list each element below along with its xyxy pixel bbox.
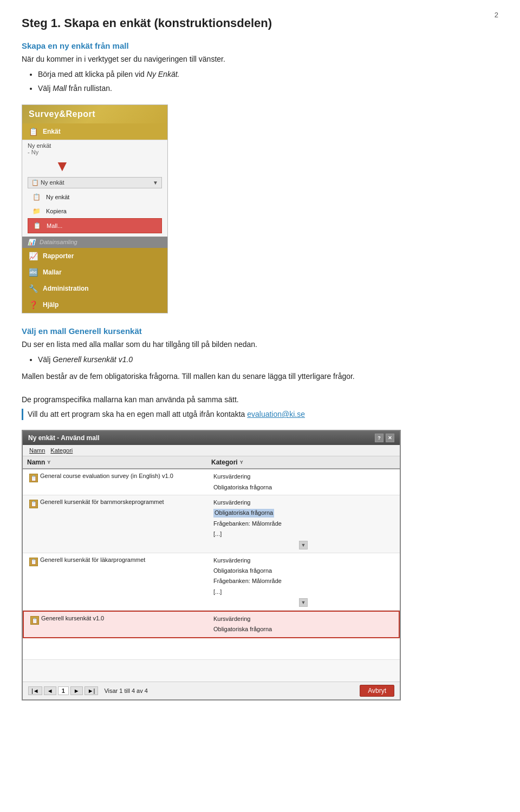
row2-cat3: Frågebanken: Målområde: [213, 520, 282, 528]
row2-name: Generell kursenkät för barnmorskeprogram…: [40, 499, 164, 505]
col-header-kategori: Kategori Y: [211, 459, 395, 466]
section2-p1: Mallen består av de fem obligatoriska fr…: [22, 371, 498, 382]
row1-name-cell: 📋 General course evaluation survey (in E…: [27, 472, 211, 493]
nav-item-datainsamling[interactable]: 📊 Datainsamling: [22, 237, 167, 248]
row2-name-cell: 📋 Generell kursenkät för barnmorskeprogr…: [27, 497, 211, 551]
empty-row: [23, 660, 400, 682]
modal-titlebar: Ny enkät - Använd mall ? ✕: [23, 431, 400, 445]
col-header-namn: Namn Y: [27, 459, 211, 466]
modal-close-btn[interactable]: ✕: [386, 434, 394, 442]
nav-label-rapporter: Rapporter: [43, 252, 74, 260]
nav-label-hjalp: Hjälp: [43, 301, 58, 309]
bullet-generell: Välj Generell kursenkät v1.0: [38, 353, 498, 365]
nav-item-enkat[interactable]: 📋 Enkät: [22, 123, 167, 140]
menu-opt-kopiera[interactable]: 📁 Kopiera: [28, 204, 162, 218]
modal-toolbar: Namn Kategori: [23, 445, 400, 456]
menu-opt-mall[interactable]: 📋 Mall...: [28, 218, 162, 233]
nav-label-enkat: Enkät: [43, 128, 61, 135]
row3-categories: Kursvärdering Obligatoriska frågorna Frå…: [211, 555, 395, 608]
section2-p2: De programspecifika mallarna kan man anv…: [22, 394, 498, 405]
table-row[interactable]: 📋 Generell kursenkät för barnmorskeprogr…: [23, 495, 400, 553]
modal-controls: ? ✕: [375, 434, 394, 442]
nav-item-hjalp[interactable]: ❓ Hjälp: [22, 297, 167, 313]
row1-categories: Kursvärdering Obligatoriska frågorna: [211, 472, 395, 493]
table-row[interactable]: 📋 General course evaluation survey (in E…: [23, 469, 400, 495]
survey-screenshot: Survey&Report 📋 Enkät Ny enkät - Ny ▼ 📋 …: [22, 104, 168, 313]
dropdown-arrow-indicator: ▼: [55, 158, 70, 175]
section2-intro: Du ser en lista med alla mallar som du h…: [22, 339, 498, 350]
section2-title: Välj en mall Generell kursenkät: [22, 326, 498, 336]
row4-name: Generell kursenkät v1.0: [41, 615, 104, 621]
modal-screenshot: Ny enkät - Använd mall ? ✕ Namn Kategori…: [22, 430, 401, 700]
ny-enkat-dropdown[interactable]: 📋 Ny enkät ▼: [28, 177, 162, 188]
row4-cat1: Kursvärdering: [213, 615, 250, 623]
nav-label-mallar: Mallar: [43, 269, 62, 276]
modal-footer: |◄ ◄ 1 ► ►| Visar 1 till 4 av 4 Avbryt: [23, 682, 400, 699]
filter-icon-namn[interactable]: Y: [47, 460, 50, 465]
datainsamling-icon: 📊: [28, 239, 35, 246]
menu-opt-ny[interactable]: 📋 Ny enkät: [28, 190, 162, 204]
bullets-section2: Välj Generell kursenkät v1.0: [38, 353, 498, 365]
row1-cat2: Obligatoriska frågorna: [213, 483, 272, 492]
modal-help-btn[interactable]: ?: [375, 434, 384, 442]
nav-prev-btn[interactable]: ◄: [44, 686, 56, 695]
row3-icon: 📋: [29, 558, 38, 566]
nav-item-administration[interactable]: 🔧 Administration: [22, 280, 167, 297]
nav-next-btn[interactable]: ►: [70, 686, 83, 695]
enkat-icon: 📋: [28, 126, 38, 137]
row1-name: General course evaluation survey (in Eng…: [40, 473, 173, 479]
main-title: Steg 1. Skapa en enkät (konstruktionsdel…: [22, 16, 498, 30]
bullet2: Välj Mall från rullistan.: [38, 82, 498, 94]
row3-name: Generell kursenkät för läkarprogrammet: [40, 556, 145, 563]
page-indicator: 1: [58, 686, 69, 695]
mallar-icon: 🔤: [28, 267, 38, 278]
section2-p3: Vill du att ert program ska ha en egen m…: [28, 409, 498, 420]
row2-icon: 📋: [29, 500, 38, 508]
menu-kategori[interactable]: Kategori: [48, 446, 75, 455]
table-row[interactable]: 📋 Generell kursenkät för läkarprogrammet…: [23, 553, 400, 611]
row3-cat3: Frågebanken: Målområde: [213, 577, 282, 585]
modal-table-header: Namn Y Kategori Y: [23, 456, 400, 469]
bullets-section1: Börja med att klicka på pilen vid Ny Enk…: [38, 68, 498, 95]
nav-item-rapporter[interactable]: 📈 Rapporter: [22, 248, 167, 264]
filter-icon-kategori[interactable]: Y: [240, 460, 243, 465]
row2-cat2: Obligatoriska frågorna: [213, 509, 274, 517]
row4-cat2: Obligatoriska frågorna: [213, 625, 272, 633]
table-row-selected[interactable]: 📋 Generell kursenkät v1.0 Kursvärdering …: [23, 611, 400, 638]
cancel-button[interactable]: Avbryt: [360, 685, 394, 697]
kopiera-icon: 📁: [31, 206, 42, 217]
modal-title: Ny enkät - Använd mall: [28, 434, 100, 442]
row3-cat2: Obligatoriska frågorna: [213, 567, 272, 575]
row2-categories: Kursvärdering Obligatoriska frågorna Frå…: [211, 497, 395, 551]
intro-text: När du kommer in i verktyget ser du navi…: [22, 54, 498, 65]
ny-icon: 📋: [31, 192, 42, 202]
row4-name-cell: 📋 Generell kursenkät v1.0: [28, 614, 211, 635]
mall-icon: 📋: [31, 220, 42, 231]
menu-namn[interactable]: Namn: [27, 446, 47, 455]
nav-first-btn[interactable]: |◄: [28, 686, 42, 695]
dropdown-arrow: ▼: [153, 180, 158, 186]
row2-scroll[interactable]: ▼: [299, 541, 308, 549]
row2-cat4: [...]: [213, 530, 222, 538]
email-link[interactable]: evaluation@ki.se: [247, 410, 305, 418]
row4-categories: Kursvärdering Obligatoriska frågorna: [211, 614, 394, 635]
row3-scroll[interactable]: ▼: [299, 598, 308, 607]
administration-icon: 🔧: [28, 283, 38, 294]
footer-status: Visar 1 till 4 av 4: [104, 687, 148, 694]
row1-icon: 📋: [29, 474, 38, 482]
left-bar-note: Vill du att ert program ska ha en egen m…: [22, 409, 498, 420]
row3-name-cell: 📋 Generell kursenkät för läkarprogrammet: [27, 555, 211, 608]
sr-submenu: Ny enkät - Ny ▼ 📋 Ny enkät ▼ 📋 Ny enkät …: [22, 140, 167, 237]
rapporter-icon: 📈: [28, 251, 38, 261]
bullet1: Börja med att klicka på pilen vid Ny Enk…: [38, 68, 498, 80]
row1-cat1: Kursvärdering: [213, 473, 250, 481]
row3-cat1: Kursvärdering: [213, 556, 250, 565]
section1-title: Skapa en ny enkät från mall: [22, 41, 498, 50]
empty-row: [23, 638, 400, 660]
row2-cat1: Kursvärdering: [213, 499, 250, 507]
nav-item-mallar[interactable]: 🔤 Mallar: [22, 264, 167, 280]
row3-cat4: [...]: [213, 588, 222, 596]
footer-nav: |◄ ◄ 1 ► ►| Visar 1 till 4 av 4: [28, 686, 148, 695]
nav-last-btn[interactable]: ►|: [84, 686, 99, 695]
page-number: 2: [495, 11, 498, 19]
